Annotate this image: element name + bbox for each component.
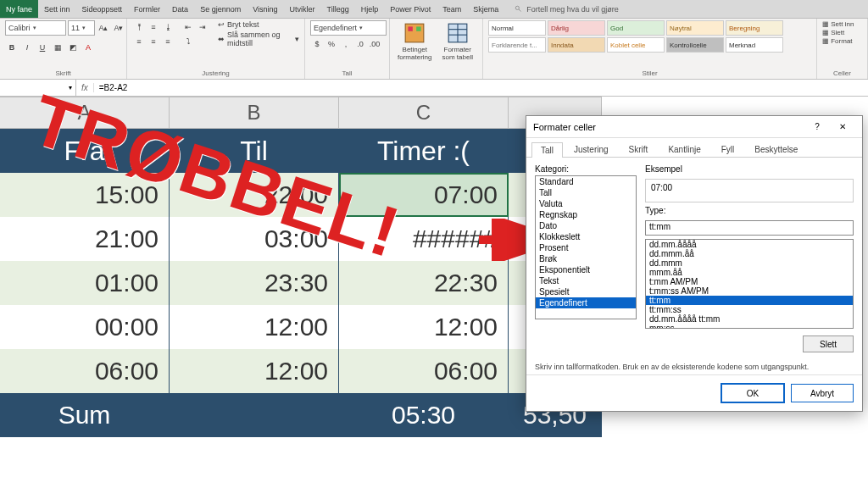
cell[interactable]: 06:00	[0, 349, 170, 393]
menu-tab-data[interactable]: Data	[166, 0, 194, 18]
style-cell-n-ytral[interactable]: Nøytral	[666, 20, 724, 36]
col-header[interactable]: C	[339, 97, 509, 129]
delete-format-button[interactable]: Slett	[803, 336, 854, 352]
category-item[interactable]: Dato	[536, 220, 636, 231]
style-cell-merknad[interactable]: Merknad	[726, 37, 783, 53]
menu-tab-sideoppsett[interactable]: Sideoppsett	[76, 0, 129, 18]
menu-tab-utvikler[interactable]: Utvikler	[284, 0, 321, 18]
format-item[interactable]: dd.mmm	[646, 258, 853, 268]
italic-button[interactable]: I	[20, 41, 34, 54]
menu-tab-formler[interactable]: Formler	[128, 0, 166, 18]
menu-tab-se-gjennom[interactable]: Se gjennom	[194, 0, 247, 18]
table-header-cell[interactable]: Fra	[0, 129, 170, 173]
align-middle-button[interactable]: ≡	[147, 20, 160, 34]
name-box[interactable]: ▾	[0, 80, 76, 96]
underline-button[interactable]: U	[36, 41, 49, 54]
category-item[interactable]: Klokkeslett	[536, 231, 636, 242]
cell[interactable]: ######	[339, 217, 509, 261]
font-size-combo[interactable]: 11▾	[68, 20, 95, 36]
cells-format-button[interactable]: ▦ Format	[822, 37, 854, 45]
style-cell-god[interactable]: God	[607, 20, 665, 36]
sum-cell[interactable]: 05:30	[339, 393, 509, 437]
orientation-button[interactable]: ⤵	[181, 35, 195, 48]
category-item[interactable]: Regnskap	[536, 209, 636, 220]
cell[interactable]: 06:00	[339, 349, 509, 393]
menu-tab-power-pivot[interactable]: Power Pivot	[384, 0, 437, 18]
menu-tab-skjema[interactable]: Skjema	[467, 0, 504, 18]
menu-tab-visning[interactable]: Visning	[247, 0, 283, 18]
cell[interactable]: 12:00	[170, 305, 339, 349]
dialog-tab-kantlinje[interactable]: Kantlinje	[659, 141, 709, 157]
category-item[interactable]: Prosent	[536, 242, 636, 253]
style-cell-kontrollcelle[interactable]: Kontrollcelle	[666, 37, 724, 53]
category-item[interactable]: Standard	[536, 176, 636, 187]
increase-indent-button[interactable]: ⇥	[196, 20, 209, 34]
format-item[interactable]: dd.mm.åååå	[646, 240, 853, 249]
menu-tab-sett-inn[interactable]: Sett inn	[38, 0, 76, 18]
style-cell-normal[interactable]: Normal	[488, 20, 546, 36]
format-as-table-button[interactable]: Formater som tabell	[438, 20, 478, 63]
cell[interactable]: 07:00	[339, 173, 509, 217]
dialog-tab-fyll[interactable]: Fyll	[712, 141, 744, 157]
format-item[interactable]: t:mm:ss AM/PM	[646, 286, 853, 296]
conditional-formatting-button[interactable]: Betinget formatering	[395, 20, 435, 63]
shrink-font-button[interactable]: A▾	[112, 21, 125, 35]
style-cell-forklarende-t-[interactable]: Forklarende t...	[488, 37, 546, 53]
borders-button[interactable]: ▦	[51, 41, 64, 54]
cell[interactable]: 00:00	[0, 305, 170, 349]
format-item[interactable]: t:mm AM/PM	[646, 277, 853, 286]
cell[interactable]: 12:00	[339, 305, 509, 349]
menu-tab-team[interactable]: Team	[437, 0, 467, 18]
format-item[interactable]: dd.mm.åååå tt:mm	[646, 314, 853, 324]
align-center-button[interactable]: ≡	[147, 35, 160, 48]
fx-button[interactable]: fx	[76, 83, 94, 92]
align-right-button[interactable]: ≡	[161, 35, 175, 48]
decrease-decimal-button[interactable]: .00	[368, 37, 381, 51]
cell[interactable]: 22:00	[170, 173, 339, 217]
dialog-tab-beskyttelse[interactable]: Beskyttelse	[745, 141, 807, 157]
percent-button[interactable]: %	[325, 37, 338, 51]
cells-slett-button[interactable]: ▦ Slett	[822, 29, 854, 36]
comma-button[interactable]: ,	[339, 37, 353, 51]
increase-decimal-button[interactable]: .0	[353, 37, 367, 51]
cell[interactable]: 21:00	[0, 217, 170, 261]
cancel-button[interactable]: Avbryt	[791, 384, 854, 402]
style-cell-beregning[interactable]: Beregning	[726, 20, 783, 36]
table-header-cell[interactable]: Timer :(	[339, 129, 509, 173]
font-name-combo[interactable]: Calibri▾	[5, 20, 66, 36]
align-top-button[interactable]: ⭱	[132, 20, 146, 34]
style-cell-d-rlig[interactable]: Dårlig	[548, 20, 605, 36]
dialog-close-button[interactable]: ✕	[830, 122, 855, 131]
menu-tab-ny-fane[interactable]: Ny fane	[0, 0, 38, 18]
currency-button[interactable]: $	[310, 37, 324, 51]
style-cell-inndata[interactable]: Inndata	[548, 37, 605, 53]
category-item[interactable]: Valuta	[536, 198, 636, 209]
cell[interactable]: 15:00	[0, 173, 170, 217]
type-input[interactable]: tt:mm	[645, 220, 854, 236]
dialog-tab-justering[interactable]: Justering	[565, 141, 618, 157]
grow-font-button[interactable]: A▴	[97, 21, 110, 35]
cells-sett inn-button[interactable]: ▦ Sett inn	[822, 20, 854, 28]
sum-cell[interactable]: Sum	[0, 393, 170, 437]
fill-color-button[interactable]: ◩	[66, 41, 80, 54]
bold-button[interactable]: B	[5, 41, 19, 54]
ok-button[interactable]: OK	[721, 384, 784, 402]
cell[interactable]: 23:30	[170, 261, 339, 305]
align-left-button[interactable]: ≡	[132, 35, 146, 48]
font-color-button[interactable]: A	[81, 41, 95, 54]
number-format-combo[interactable]: Egendefinert▾	[310, 20, 387, 36]
sum-cell[interactable]	[170, 393, 339, 437]
menu-tab-hjelp[interactable]: Hjelp	[355, 0, 385, 18]
col-header[interactable]: A	[0, 97, 170, 129]
dialog-tab-tall[interactable]: Tall	[531, 142, 563, 158]
decrease-indent-button[interactable]: ⇤	[181, 20, 195, 34]
tell-me-search[interactable]: Fortell meg hva du vil gjøre	[504, 5, 619, 14]
align-bottom-button[interactable]: ⭳	[161, 20, 175, 34]
format-item[interactable]: mmm.åå	[646, 268, 853, 277]
dialog-help-button[interactable]: ?	[804, 122, 830, 131]
category-item[interactable]: Egendefinert	[536, 297, 636, 308]
cell[interactable]: 03:00	[170, 217, 339, 261]
format-item[interactable]: mm:ss	[646, 324, 853, 329]
category-item[interactable]: Spesielt	[536, 286, 636, 297]
category-item[interactable]: Tall	[536, 187, 636, 198]
